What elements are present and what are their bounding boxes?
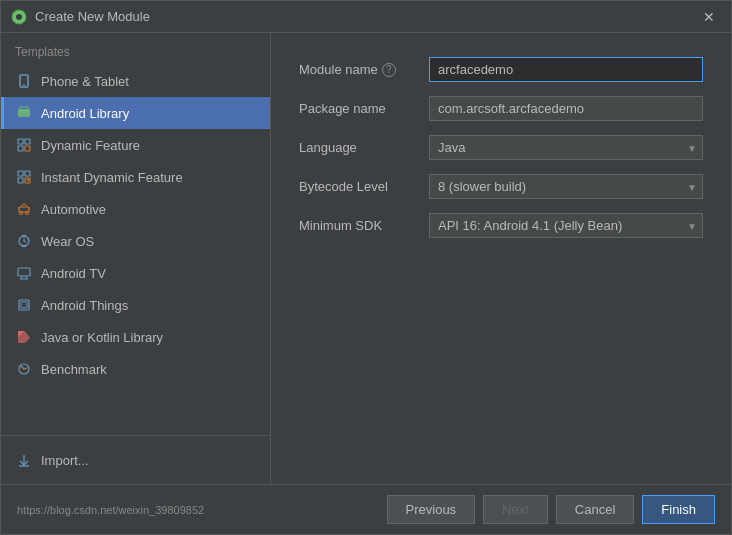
sidebar-item-android-things-label: Android Things xyxy=(41,298,128,313)
sidebar-item-android-tv-label: Android TV xyxy=(41,266,106,281)
sidebar-item-dynamic-feature-label: Dynamic Feature xyxy=(41,138,140,153)
svg-marker-14 xyxy=(27,179,30,182)
previous-button[interactable]: Previous xyxy=(387,495,476,524)
svg-rect-7 xyxy=(25,139,30,144)
content-area: Templates Phone & Tablet xyxy=(1,33,731,484)
templates-label: Templates xyxy=(1,33,270,65)
bytecode-level-label: Bytecode Level xyxy=(299,179,429,194)
language-select-wrapper: Java Kotlin ▼ xyxy=(429,135,703,160)
svg-rect-6 xyxy=(18,139,23,144)
sidebar-item-benchmark[interactable]: Benchmark xyxy=(1,353,270,385)
main-panel: Module name ? Package name Language xyxy=(271,33,731,484)
language-select[interactable]: Java Kotlin xyxy=(429,135,703,160)
language-label: Language xyxy=(299,140,429,155)
sidebar: Templates Phone & Tablet xyxy=(1,33,271,484)
package-name-label: Package name xyxy=(299,101,429,116)
sidebar-item-android-library[interactable]: Android Library xyxy=(1,97,270,129)
sidebar-item-import[interactable]: Import... xyxy=(1,444,270,476)
svg-point-1 xyxy=(16,14,22,20)
package-name-input[interactable] xyxy=(429,96,703,121)
import-label: Import... xyxy=(41,453,89,468)
svg-rect-8 xyxy=(18,146,23,151)
footer-url: https://blog.csdn.net/weixin_39809852 xyxy=(17,504,204,516)
create-new-module-dialog: Create New Module ✕ Templates Phone & Ta… xyxy=(0,0,732,535)
import-section: Import... xyxy=(1,435,270,484)
android-library-icon xyxy=(15,104,33,122)
minimum-sdk-label: Minimum SDK xyxy=(299,218,429,233)
sidebar-item-phone-tablet[interactable]: Phone & Tablet xyxy=(1,65,270,97)
dialog-title: Create New Module xyxy=(35,9,150,24)
svg-point-17 xyxy=(26,212,29,215)
sidebar-item-wear-os[interactable]: Wear OS xyxy=(1,225,270,257)
sidebar-item-android-things[interactable]: Android Things xyxy=(1,289,270,321)
sidebar-item-android-library-label: Android Library xyxy=(41,106,129,121)
android-things-icon xyxy=(15,296,33,314)
kotlin-library-icon xyxy=(15,328,33,346)
sidebar-item-instant-dynamic-label: Instant Dynamic Feature xyxy=(41,170,183,185)
footer-buttons: Previous Next Cancel Finish xyxy=(387,495,715,524)
instant-dynamic-icon xyxy=(15,168,33,186)
sidebar-item-dynamic-feature[interactable]: Dynamic Feature xyxy=(1,129,270,161)
finish-button[interactable]: Finish xyxy=(642,495,715,524)
phone-tablet-icon xyxy=(15,72,33,90)
cancel-button[interactable]: Cancel xyxy=(556,495,634,524)
svg-rect-20 xyxy=(22,245,26,247)
import-icon xyxy=(15,451,33,469)
footer: https://blog.csdn.net/weixin_39809852 Pr… xyxy=(1,484,731,534)
dynamic-feature-icon xyxy=(15,136,33,154)
wear-os-icon xyxy=(15,232,33,250)
svg-point-16 xyxy=(20,212,23,215)
svg-rect-12 xyxy=(18,178,23,183)
svg-rect-10 xyxy=(18,171,23,176)
min-sdk-select-wrapper: API 16: Android 4.1 (Jelly Bean) API 21:… xyxy=(429,213,703,238)
svg-line-22 xyxy=(24,241,26,242)
sidebar-item-kotlin-library[interactable]: Java or Kotlin Library xyxy=(1,321,270,353)
close-button[interactable]: ✕ xyxy=(697,7,721,27)
bytecode-select[interactable]: 8 (slower build) 7 6 xyxy=(429,174,703,199)
svg-rect-23 xyxy=(18,268,30,276)
automotive-icon xyxy=(15,200,33,218)
package-name-row: Package name xyxy=(299,96,703,121)
module-name-row: Module name ? xyxy=(299,57,703,82)
minimum-sdk-row: Minimum SDK API 16: Android 4.1 (Jelly B… xyxy=(299,213,703,238)
svg-rect-11 xyxy=(25,171,30,176)
android-tv-icon xyxy=(15,264,33,282)
module-name-input[interactable] xyxy=(429,57,703,82)
svg-rect-9 xyxy=(25,146,30,151)
module-name-label: Module name ? xyxy=(299,62,429,77)
language-row: Language Java Kotlin ▼ xyxy=(299,135,703,160)
bytecode-select-wrapper: 8 (slower build) 7 6 ▼ xyxy=(429,174,703,199)
titlebar-left: Create New Module xyxy=(11,9,150,25)
bytecode-level-row: Bytecode Level 8 (slower build) 7 6 ▼ xyxy=(299,174,703,199)
sidebar-item-benchmark-label: Benchmark xyxy=(41,362,107,377)
sidebar-item-wear-os-label: Wear OS xyxy=(41,234,94,249)
android-studio-icon xyxy=(11,9,27,25)
min-sdk-select[interactable]: API 16: Android 4.1 (Jelly Bean) API 21:… xyxy=(429,213,703,238)
svg-rect-19 xyxy=(22,235,26,237)
sidebar-item-phone-tablet-label: Phone & Tablet xyxy=(41,74,129,89)
benchmark-icon xyxy=(15,360,33,378)
svg-rect-28 xyxy=(21,302,27,308)
module-name-help-icon[interactable]: ? xyxy=(382,63,396,77)
sidebar-item-automotive-label: Automotive xyxy=(41,202,106,217)
sidebar-item-automotive[interactable]: Automotive xyxy=(1,193,270,225)
titlebar: Create New Module ✕ xyxy=(1,1,731,33)
sidebar-item-kotlin-library-label: Java or Kotlin Library xyxy=(41,330,163,345)
next-button[interactable]: Next xyxy=(483,495,548,524)
sidebar-item-instant-dynamic[interactable]: Instant Dynamic Feature xyxy=(1,161,270,193)
sidebar-item-android-tv[interactable]: Android TV xyxy=(1,257,270,289)
